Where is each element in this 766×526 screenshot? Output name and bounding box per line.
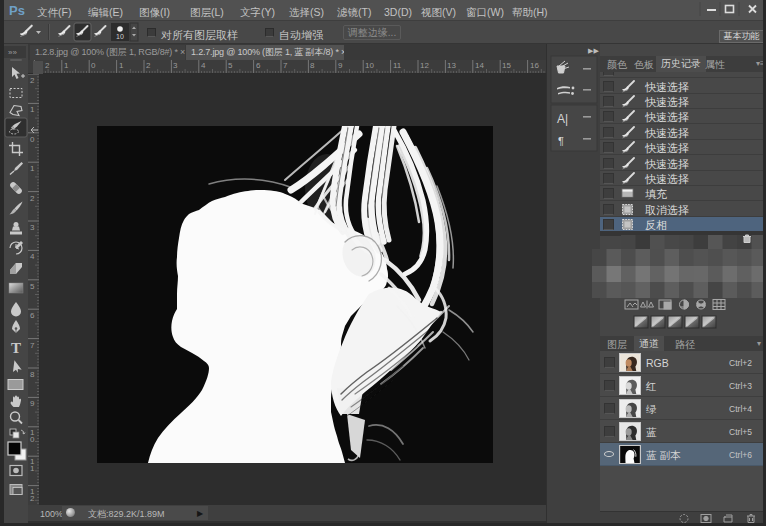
svg-text:0: 0 xyxy=(30,435,35,444)
svg-text:2: 2 xyxy=(30,76,35,85)
svg-text:1: 1 xyxy=(30,164,35,173)
svg-text:2: 2 xyxy=(45,61,50,70)
svg-text:2: 2 xyxy=(146,61,151,70)
svg-text:10: 10 xyxy=(116,33,124,40)
svg-text:A|: A| xyxy=(557,112,568,126)
svg-text:12: 12 xyxy=(420,61,429,70)
svg-text:»»: »» xyxy=(8,48,17,57)
svg-text:2: 2 xyxy=(30,494,35,503)
svg-text:5: 5 xyxy=(228,61,233,70)
svg-text:4: 4 xyxy=(201,61,206,70)
svg-text:3: 3 xyxy=(173,61,178,70)
svg-text:T: T xyxy=(11,340,21,356)
svg-text:5: 5 xyxy=(30,282,35,291)
svg-text:7: 7 xyxy=(30,341,35,350)
svg-text:6: 6 xyxy=(256,61,261,70)
svg-text:15: 15 xyxy=(502,61,511,70)
svg-text:4: 4 xyxy=(30,252,35,261)
svg-text:11: 11 xyxy=(393,61,402,70)
svg-text:1: 1 xyxy=(119,61,124,70)
svg-text:8: 8 xyxy=(310,61,315,70)
svg-text:1: 1 xyxy=(30,464,35,473)
svg-text:6: 6 xyxy=(30,311,35,320)
svg-text:0: 0 xyxy=(91,61,96,70)
svg-text:1: 1 xyxy=(64,61,69,70)
svg-text:▶▶: ▶▶ xyxy=(588,47,599,54)
svg-text:3: 3 xyxy=(30,223,35,232)
svg-text:1: 1 xyxy=(30,105,35,114)
svg-text:16: 16 xyxy=(530,61,539,70)
svg-text:¶: ¶ xyxy=(558,135,564,147)
svg-text:10: 10 xyxy=(365,61,374,70)
svg-text:9: 9 xyxy=(338,61,343,70)
svg-text:14: 14 xyxy=(475,61,484,70)
svg-text:13: 13 xyxy=(447,61,456,70)
svg-text:7: 7 xyxy=(283,61,288,70)
svg-text:8: 8 xyxy=(30,370,35,379)
svg-text:2: 2 xyxy=(30,194,35,203)
svg-text:0: 0 xyxy=(30,135,35,144)
svg-text:9: 9 xyxy=(30,399,35,408)
